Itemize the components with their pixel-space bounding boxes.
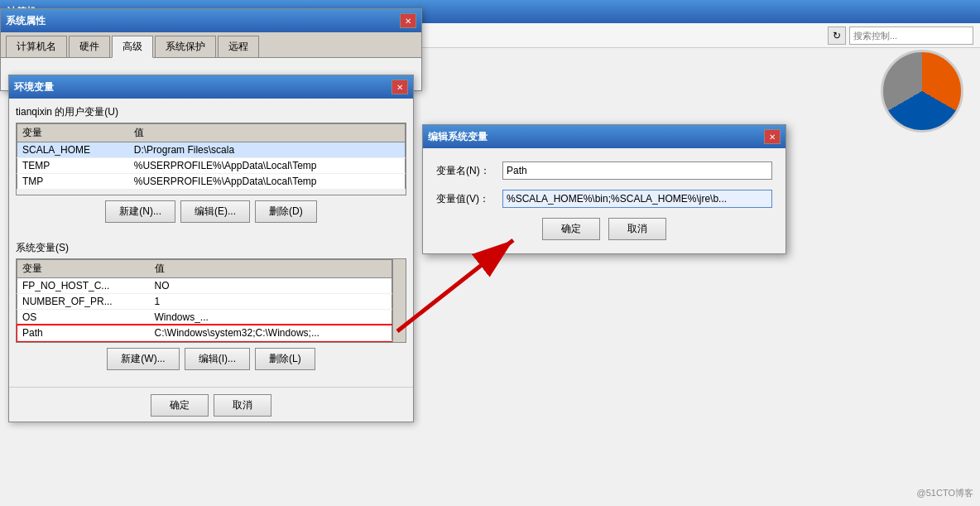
tab-hardware[interactable]: 硬件: [69, 36, 110, 57]
sys-props-title-btns: ✕: [400, 13, 416, 28]
env-cancel-btn[interactable]: 取消: [214, 394, 271, 417]
env-ok-cancel-btns: 确定 取消: [9, 387, 413, 417]
logo-circle: [881, 50, 963, 133]
user-var-value[interactable]: %USERPROFILE%\AppData\Local\Temp: [129, 174, 406, 190]
tab-system-protection[interactable]: 系统保护: [155, 36, 216, 57]
sys-var-value[interactable]: Windows_...: [150, 310, 392, 325]
sys-edit-btn[interactable]: 编辑(I)...: [185, 348, 250, 370]
user-var-name[interactable]: TMP: [17, 174, 129, 190]
sys-col-name: 变量: [17, 260, 150, 278]
sys-props-close-btn[interactable]: ✕: [400, 13, 416, 28]
env-ok-btn[interactable]: 确定: [151, 394, 209, 417]
refresh-icon: ↻: [833, 30, 841, 41]
close-icon: ✕: [769, 133, 776, 142]
user-vars-table-wrapper: 变量 值 SCALA_HOMED:\Program Files\scalaTEM…: [16, 123, 406, 195]
sys-delete-btn[interactable]: 删除(L): [255, 348, 315, 370]
user-vars-btns: 新建(N)... 编辑(E)... 删除(D): [16, 200, 406, 223]
env-titlebar[interactable]: 环境变量 ✕: [9, 75, 413, 99]
sys-props-tabs: 计算机名 硬件 高级 系统保护 远程: [1, 32, 421, 57]
tab-remote[interactable]: 远程: [218, 36, 259, 57]
user-col-value: 值: [129, 124, 406, 142]
edit-titlebar[interactable]: 编辑系统变量 ✕: [423, 125, 785, 148]
sys-vars-title: 系统变量(S): [16, 241, 406, 255]
var-value-input[interactable]: [502, 190, 772, 208]
sys-props-title: 系统属性: [6, 14, 46, 28]
var-name-row: 变量名(N)：: [436, 161, 772, 180]
user-vars-title: tianqixin 的用户变量(U): [16, 105, 406, 119]
annotation-arrow: [381, 224, 546, 359]
sys-var-name[interactable]: FP_NO_HOST_C...: [17, 278, 150, 294]
edit-cancel-btn[interactable]: 取消: [608, 218, 666, 240]
tab-advanced[interactable]: 高级: [112, 36, 153, 58]
user-delete-btn[interactable]: 删除(D): [255, 200, 317, 223]
tab-computer-name[interactable]: 计算机名: [6, 36, 67, 57]
var-name-input[interactable]: [502, 161, 772, 180]
sys-vars-table: 变量 值 FP_NO_HOST_C...NONUMBER_OF_PR...1OS…: [17, 259, 392, 342]
edit-title: 编辑系统变量: [428, 130, 488, 144]
user-col-name: 变量: [17, 124, 129, 142]
sys-var-value[interactable]: C:\Windows\system32;C:\Windows;...: [150, 325, 392, 341]
user-vars-table: 变量 值 SCALA_HOMED:\Program Files\scalaTEM…: [17, 123, 406, 190]
edit-close-btn[interactable]: ✕: [764, 129, 781, 144]
sys-var-value[interactable]: COM;.EXE;.BAT;.CMD;.VBS;.VBE: [150, 341, 392, 343]
sys-props-titlebar[interactable]: 系统属性 ✕: [1, 9, 421, 32]
edit-title-btns: ✕: [764, 129, 781, 144]
edit-ok-btn[interactable]: 确定: [542, 218, 600, 240]
close-icon: ✕: [405, 17, 411, 26]
sys-vars-table-wrapper: 变量 值 FP_NO_HOST_C...NONUMBER_OF_PR...1OS…: [16, 258, 406, 343]
env-close-btn[interactable]: ✕: [392, 80, 408, 94]
user-edit-btn[interactable]: 编辑(E)...: [180, 200, 250, 223]
search-input[interactable]: [849, 27, 973, 45]
watermark: @51CTO博客: [917, 487, 973, 499]
refresh-button[interactable]: ↻: [828, 27, 846, 45]
table-row[interactable]: OSWindows_...: [17, 310, 392, 325]
table-row[interactable]: PathC:\Windows\system32;C:\Windows;...: [17, 325, 392, 341]
table-row[interactable]: FP_NO_HOST_C...NO: [17, 278, 392, 294]
svg-line-1: [397, 240, 513, 331]
sys-vars-btns: 新建(W)... 编辑(I)... 删除(L): [16, 348, 406, 370]
user-var-value[interactable]: D:\Program Files\scala: [129, 142, 406, 158]
sys-var-name[interactable]: OS: [17, 310, 150, 325]
user-vars-section: tianqixin 的用户变量(U) 变量 值 SCALA_HOMED:\Pro…: [9, 99, 413, 234]
sys-vars-section: 系统变量(S) 变量 值 FP_NO_HOST_C...NONUMBER_OF_…: [9, 234, 413, 382]
table-row[interactable]: NUMBER_OF_PR...1: [17, 294, 392, 310]
var-name-label: 变量名(N)：: [436, 164, 502, 178]
env-title-btns: ✕: [392, 80, 408, 94]
sys-var-name[interactable]: PATHEXT: [17, 341, 150, 343]
sys-new-btn[interactable]: 新建(W)...: [107, 348, 179, 370]
user-var-name[interactable]: SCALA_HOME: [17, 142, 129, 158]
sys-var-name[interactable]: NUMBER_OF_PR...: [17, 294, 150, 310]
var-value-label: 变量值(V)：: [436, 192, 502, 206]
sys-col-value: 值: [150, 260, 392, 278]
close-icon: ✕: [396, 83, 403, 92]
table-row[interactable]: PATHEXTCOM;.EXE;.BAT;.CMD;.VBS;.VBE: [17, 341, 392, 343]
user-var-value[interactable]: %USERPROFILE%\AppData\Local\Temp: [129, 158, 406, 174]
user-var-name[interactable]: TEMP: [17, 158, 129, 174]
sys-var-value[interactable]: 1: [150, 294, 392, 310]
env-window: 环境变量 ✕ tianqixin 的用户变量(U) 变量 值 SCALA_HOM…: [8, 75, 414, 422]
env-title: 环境变量: [14, 80, 54, 94]
var-value-row: 变量值(V)：: [436, 190, 772, 208]
sys-var-name[interactable]: Path: [17, 325, 150, 341]
sys-vars-scroll[interactable]: 变量 值 FP_NO_HOST_C...NONUMBER_OF_PR...1OS…: [17, 259, 406, 342]
user-new-btn[interactable]: 新建(N)...: [105, 200, 175, 223]
sys-var-value[interactable]: NO: [150, 278, 392, 294]
